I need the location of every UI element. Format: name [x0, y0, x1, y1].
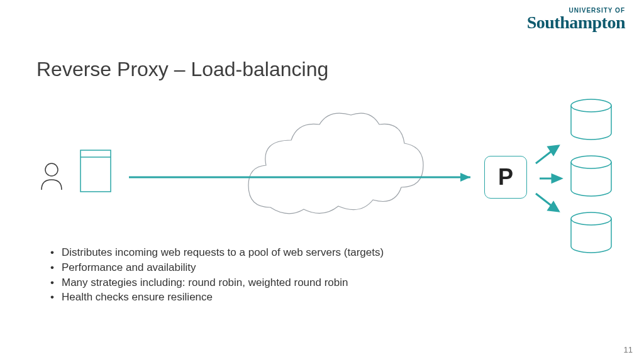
- list-item: Distributes incoming web requests to a p…: [50, 245, 384, 260]
- arrow-down-icon: [536, 194, 558, 211]
- server-cylinder-icon: [571, 156, 611, 196]
- svg-point-12: [571, 156, 611, 168]
- slide-title: Reverse Proxy – Load-balancing: [36, 58, 328, 81]
- request-arrow-icon: [129, 173, 470, 182]
- user-icon: [42, 163, 62, 190]
- server-cylinder-icon: [571, 212, 611, 253]
- page-number: 11: [624, 345, 633, 354]
- svg-marker-10: [548, 202, 558, 211]
- fanout-arrows: [536, 146, 561, 211]
- svg-point-11: [571, 99, 611, 112]
- svg-marker-6: [548, 146, 558, 155]
- list-item: Many strategies including: round robin, …: [50, 275, 384, 290]
- client-box-icon: [80, 150, 111, 192]
- proxy-label: P: [498, 164, 513, 190]
- cloud-icon: [248, 113, 423, 214]
- svg-line-9: [536, 194, 558, 211]
- arrow-right-icon: [540, 175, 561, 182]
- server-cylinder-icon: [571, 99, 611, 140]
- bullet-list: Distributes incoming web requests to a p…: [50, 245, 384, 305]
- architecture-diagram: [0, 0, 644, 362]
- list-item: Performance and availability: [50, 260, 384, 275]
- list-item: Health checks ensure resilience: [50, 290, 384, 305]
- proxy-node: P: [484, 156, 527, 199]
- logo-wordmark: Southampton: [527, 14, 625, 31]
- svg-rect-1: [80, 150, 111, 192]
- svg-point-0: [45, 163, 58, 176]
- university-logo: UNIVERSITY OF Southampton: [527, 8, 625, 31]
- svg-marker-4: [460, 173, 470, 182]
- arrow-up-icon: [536, 146, 558, 163]
- svg-line-5: [536, 146, 558, 163]
- svg-marker-8: [552, 175, 561, 182]
- svg-point-13: [571, 212, 611, 225]
